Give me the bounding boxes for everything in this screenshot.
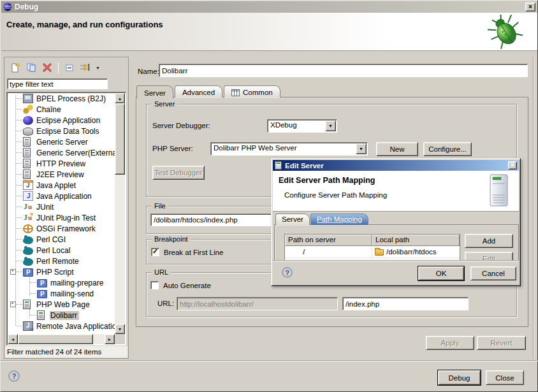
cancel-button[interactable]: Cancel — [470, 266, 516, 280]
tree-item[interactable]: JUnit — [8, 201, 115, 212]
break-first-line-label: Break at First Line — [164, 249, 223, 256]
tree-item[interactable]: JUnit Plug-in Test — [8, 212, 115, 223]
tree-item[interactable]: Generic Server — [8, 136, 115, 147]
column-header-path-on-server[interactable]: Path on server — [285, 235, 372, 246]
collapse-toggle-icon[interactable] — [10, 301, 16, 307]
chevron-down-icon[interactable]: ▼ — [325, 120, 336, 131]
horizontal-scrollbar[interactable]: ◄ ► — [8, 334, 115, 344]
filter-input[interactable] — [7, 78, 108, 89]
edit-server-dialog: Edit Server × Edit Server Path Mapping C… — [271, 158, 521, 286]
server-icon — [23, 170, 31, 179]
tree-item[interactable]: OSGi Framework — [8, 223, 115, 234]
tree-item[interactable]: Remote Java Application — [8, 321, 115, 331]
tree-item[interactable]: Java Applet — [8, 180, 115, 191]
database-icon — [23, 127, 33, 136]
filter-icon[interactable] — [80, 62, 91, 73]
chain-icon — [23, 105, 33, 114]
sidebar-toolbar: ▼ — [6, 59, 127, 76]
table-row[interactable]: / /dolibarr/htdocs — [285, 246, 460, 258]
tree-item[interactable]: Java Application — [8, 191, 115, 201]
duplicate-icon[interactable] — [25, 62, 37, 73]
vertical-scrollbar[interactable]: ▲ ▼ — [115, 93, 125, 334]
page-title: Create, manage, and run configurations — [6, 20, 163, 29]
configuration-tree: BPEL Process (B2J) Chaîne Eclipse Applic… — [6, 92, 126, 345]
help-icon[interactable]: ? — [282, 267, 293, 278]
tree-item[interactable]: mailing-prepare — [8, 277, 115, 288]
url-path-input[interactable] — [342, 297, 469, 310]
tree-item[interactable]: J2EE Preview — [8, 169, 115, 180]
scroll-right-icon[interactable]: ► — [105, 334, 115, 344]
window-titlebar[interactable]: Debug × — [1, 1, 537, 13]
config-tabs: Server Advanced Common — [136, 85, 282, 98]
php-server-select[interactable]: Dolibarr PHP Web Server ▼ — [210, 142, 368, 156]
close-button[interactable]: Close — [486, 370, 524, 385]
column-header-local-path[interactable]: Local path — [372, 235, 460, 246]
tree-item[interactable]: Perl CGI — [8, 234, 115, 245]
delete-icon[interactable] — [41, 62, 53, 73]
tree-item[interactable]: BPEL Process (B2J) — [8, 93, 115, 104]
revert-button[interactable]: Revert — [477, 336, 526, 350]
dialog-title: Edit Server — [285, 162, 505, 170]
php-server-icon — [37, 310, 45, 320]
tree-item-selected[interactable]: Dolibarr — [8, 310, 115, 321]
name-input[interactable] — [159, 64, 528, 77]
dialog-heading: Edit Server Path Mapping — [279, 176, 375, 185]
edit-mapping-button[interactable]: Edit — [465, 252, 513, 261]
add-mapping-button[interactable]: Add — [465, 234, 513, 248]
junit-plugin-icon — [23, 213, 33, 222]
tree-item[interactable]: Chaîne — [8, 104, 115, 115]
path-mapping-panel: Path on server Local path / /dolibarr/ht… — [274, 224, 519, 261]
tree-item[interactable]: Perl Remote — [8, 256, 115, 266]
new-configuration-icon[interactable] — [10, 62, 21, 73]
name-label: Name: — [138, 68, 159, 75]
tree-item[interactable]: Generic Server(External La — [8, 147, 115, 158]
ok-button[interactable]: OK — [418, 266, 464, 280]
php-server-icon — [23, 300, 31, 309]
filter-menu-chevron-icon[interactable]: ▼ — [96, 66, 100, 70]
tree-item[interactable]: mailing-send — [8, 288, 115, 299]
chevron-down-icon[interactable]: ▼ — [356, 143, 367, 154]
eclipse-icon — [3, 3, 12, 11]
collapse-toggle-icon[interactable] — [10, 269, 16, 275]
tree-item[interactable]: PHP Script — [8, 266, 115, 277]
tab-advanced[interactable]: Advanced — [175, 85, 222, 98]
server-group-legend: Server — [152, 99, 177, 108]
tree-item[interactable]: Eclipse Application — [8, 115, 115, 126]
dialog-subheading: Configure Server Path Mapping — [284, 191, 387, 199]
auto-generate-label: Auto Generate — [163, 282, 211, 289]
scrollbar-corner — [115, 334, 125, 344]
junit-icon — [23, 202, 33, 212]
php-icon — [37, 290, 47, 298]
tree-item[interactable]: Perl Local — [8, 245, 115, 256]
java-icon — [23, 191, 33, 201]
break-first-line-checkbox[interactable] — [151, 248, 159, 256]
close-icon[interactable]: × — [525, 3, 535, 11]
bpel-process-icon — [23, 94, 33, 103]
new-server-button[interactable]: New — [376, 142, 418, 156]
auto-generate-checkbox[interactable] — [150, 281, 159, 289]
tree-item[interactable]: Eclipse Data Tools — [8, 126, 115, 136]
apply-button[interactable]: Apply — [426, 336, 474, 350]
scrollbar-thumb[interactable] — [18, 334, 93, 344]
test-debugger-button[interactable]: Test Debugger — [152, 166, 205, 180]
configure-server-button[interactable]: Configure... — [423, 142, 472, 156]
tab-path-mapping[interactable]: Path Mapping — [310, 214, 368, 225]
php-icon — [37, 279, 47, 287]
server-debugger-select[interactable]: XDebug ▼ — [267, 119, 337, 133]
collapse-all-icon[interactable] — [64, 62, 75, 73]
scroll-down-icon[interactable]: ▼ — [115, 324, 125, 334]
scrollbar-thumb[interactable] — [115, 103, 125, 175]
header-banner: Create, manage, and run configurations — [1, 13, 537, 51]
tab-server[interactable]: Server — [136, 85, 173, 98]
tab-server[interactable]: Server — [275, 214, 310, 225]
dialog-titlebar[interactable]: Edit Server × — [273, 160, 519, 171]
server-debugger-label: Server Debugger: — [152, 122, 210, 129]
close-icon[interactable]: × — [508, 161, 517, 170]
help-icon[interactable]: ? — [8, 370, 20, 382]
tree-item[interactable]: HTTP Preview — [8, 158, 115, 169]
scroll-up-icon[interactable]: ▲ — [115, 93, 125, 103]
debug-button[interactable]: Debug — [438, 370, 481, 385]
tab-common[interactable]: Common — [224, 85, 280, 98]
scroll-left-icon[interactable]: ◄ — [8, 334, 18, 344]
tree-item[interactable]: PHP Web Page — [8, 299, 115, 310]
